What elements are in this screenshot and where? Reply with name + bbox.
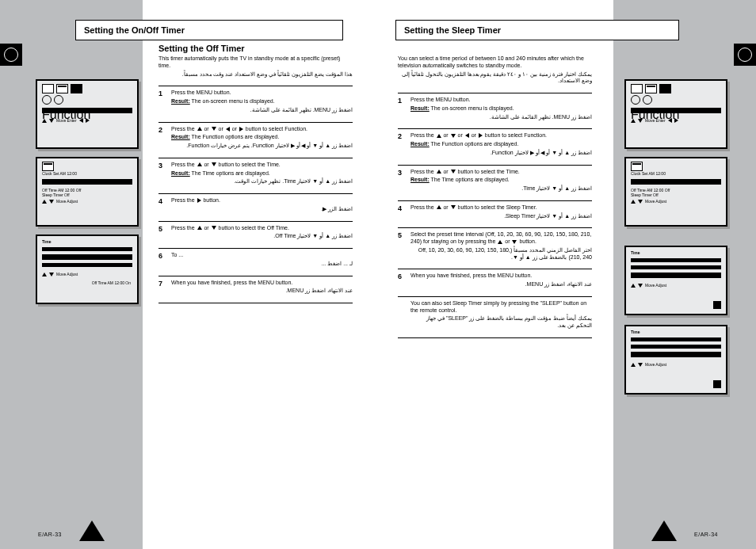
step-number: 2 bbox=[158, 126, 171, 150]
step-number bbox=[398, 300, 410, 330]
step-text: Press the or button to select the Time.R… bbox=[410, 169, 592, 193]
step-text-ar: اضغط زر ▲ أو ▼ أو ◀ أو ▶ لاختيار Functio… bbox=[171, 143, 353, 150]
osd-foot-label: Move Enter bbox=[56, 118, 77, 123]
step-number: 4 bbox=[398, 204, 410, 220]
osd-highlight-bar bbox=[42, 254, 132, 260]
page-number-right: E/AR-34 bbox=[694, 532, 718, 537]
step-text: Press the or button to select the Off Ti… bbox=[171, 225, 353, 241]
osd-highlight-bar bbox=[631, 179, 721, 185]
osd-highlight-bar bbox=[631, 352, 721, 357]
step-number: 3 bbox=[158, 162, 171, 185]
step-number: 3 bbox=[398, 169, 410, 193]
osd-line: Clock Set AM 12:00 bbox=[626, 171, 726, 176]
step-number: 6 bbox=[158, 252, 171, 268]
step-text-en: You can also set Sleep Timer simply by p… bbox=[410, 300, 592, 315]
left-step-row: 7When you have finished, press the MENU … bbox=[158, 276, 353, 304]
page-up-triangle-right-icon bbox=[651, 520, 677, 541]
left-step-row: 4Press the button.اضغط الزر ▶. bbox=[158, 193, 353, 221]
osd-preview-sleep-30-right: Time Move Adjust bbox=[624, 325, 727, 395]
osd-foot-label: Move Adjust bbox=[645, 362, 666, 367]
step-number: 7 bbox=[158, 280, 171, 295]
osd-preview-time-left: Clock Set AM 12:00 Off Time AM 12:00 Off… bbox=[36, 157, 139, 227]
osd-highlight-text: Off Time AM 12:00 On bbox=[92, 280, 131, 285]
step-result: Result: The Time options are displayed. bbox=[410, 177, 592, 184]
left-step-row: 5Press the or button to select the Off T… bbox=[158, 221, 353, 249]
right-step-row: 4Press the or button to select the Sleep… bbox=[398, 200, 592, 228]
right-step-row: 1Press the MENU button.Result: The on-sc… bbox=[398, 93, 592, 128]
step-result: Result: The on-screen menu is displayed. bbox=[171, 98, 353, 105]
step-text-ar: اضغط زر ▲ أو ▼ لاختيار Off Time. bbox=[171, 233, 353, 240]
step-text: To ...لـ ... اضغط ... bbox=[171, 252, 353, 268]
left-step-row: 3Press the or button to select the Time.… bbox=[158, 158, 353, 193]
step-text-ar: يمكنك أيضاً ضبط مؤقت النوم ببساطة بالضغط… bbox=[410, 315, 592, 330]
left-step-row: 1Press the MENU button.Result: The on-sc… bbox=[158, 86, 353, 121]
step-number: 5 bbox=[398, 231, 410, 261]
osd-preview-time-right: Clock Set AM 12:00 Off Time AM 12:00 Off… bbox=[624, 157, 727, 227]
osd-title: Time bbox=[626, 326, 726, 334]
right-step-row: 5Select the preset time interval (Off, 1… bbox=[398, 227, 592, 269]
step-text-en: Press the button. bbox=[171, 197, 353, 204]
step-text-ar: اختر الفاصل الزمني المحدد مسبقاً (Off, 1… bbox=[410, 247, 592, 261]
osd-preview-offtime-left: Time Move Adjust Off Time AM 12:00 On bbox=[36, 234, 139, 304]
step-text: Press the or or or button to select Func… bbox=[410, 132, 592, 156]
osd-highlight-bar bbox=[42, 179, 132, 185]
step-text-en: When you have finished, press the MENU b… bbox=[171, 280, 353, 287]
right-step-row: 6When you have finished, press the MENU … bbox=[398, 269, 592, 296]
steps-right-column: You can select a time period of between … bbox=[398, 55, 592, 338]
section-subheading-left: Setting the Off Timer bbox=[158, 44, 245, 53]
left-step-row: 2Press the or or or button to select Fun… bbox=[158, 122, 353, 158]
step-number: 5 bbox=[158, 225, 171, 241]
step-number: 1 bbox=[158, 90, 171, 113]
intro-note: You can select a time period of between … bbox=[398, 55, 592, 85]
step-result: Result: The Function options are display… bbox=[410, 141, 592, 148]
osd-foot-label: Move Adjust bbox=[56, 272, 78, 276]
step-text-ar: اضغط زر MENU. تظهر القائمة على الشاشة. bbox=[410, 114, 592, 121]
section-heading-left: Setting the On/Off Timer bbox=[75, 20, 343, 40]
intro-note: This timer automatically puts the TV in … bbox=[158, 55, 353, 78]
osd-corner-icon bbox=[713, 301, 721, 309]
osd-foot-label: Move Adjust bbox=[645, 283, 666, 288]
step-text-en: To ... bbox=[171, 252, 353, 259]
step-number: 1 bbox=[398, 97, 410, 120]
step-text-en: When you have finished, press the MENU b… bbox=[410, 273, 592, 280]
osd-highlight-bar: Function bbox=[42, 108, 132, 113]
step-result: Result: The on-screen menu is displayed. bbox=[410, 105, 592, 112]
step-text: Press the or button to select the Sleep … bbox=[410, 204, 592, 220]
page-number-left: E/AR-33 bbox=[38, 532, 62, 537]
page-up-triangle-left-icon bbox=[79, 520, 105, 541]
step-text-en: Press the or button to select the Sleep … bbox=[410, 204, 592, 212]
osd-foot-label: Move Adjust bbox=[645, 199, 666, 204]
step-text: When you have finished, press the MENU b… bbox=[410, 273, 592, 288]
step-text-ar: اضغط زر ▲ أو ▼ لاختيار Time. bbox=[410, 185, 592, 193]
step-text-en: Press the MENU button. bbox=[171, 90, 353, 97]
osd-preview-function-right: Function Move Enter bbox=[624, 79, 727, 149]
step-text-ar: لـ ... اضغط ... bbox=[171, 261, 353, 268]
step-text: Press the or or or button to select Func… bbox=[171, 126, 353, 150]
step-number: 6 bbox=[398, 273, 410, 288]
osd-preview-function-left: Function Move Enter bbox=[36, 79, 139, 149]
left-step-row: 6To ...لـ ... اضغط ... bbox=[158, 248, 353, 276]
step-text-ar: عند الانتهاء، اضغط زر MENU. bbox=[171, 288, 353, 295]
step-text-en: Press the or button to select the Off Ti… bbox=[171, 225, 353, 232]
step-text: Press the MENU button.Result: The on-scr… bbox=[171, 90, 353, 113]
step-text: Press the button.اضغط الزر ▶. bbox=[171, 197, 353, 213]
step-text-en: Select the preset time interval (Off, 10… bbox=[410, 231, 592, 246]
binder-hole-right-icon bbox=[734, 44, 756, 66]
osd-highlight-bar: Function bbox=[631, 108, 721, 113]
step-text-ar: اضغط زر ▲ أو ▼ أو ◀ أو ▶ لاختيار Functio… bbox=[410, 150, 592, 157]
osd-line: Clock Set AM 12:00 bbox=[37, 171, 137, 176]
step-text: You can also set Sleep Timer simply by p… bbox=[410, 300, 592, 330]
step-result: Result: The Function options are display… bbox=[171, 134, 353, 141]
step-text: Press the or button to select the Time.R… bbox=[171, 162, 353, 185]
osd-corner-icon bbox=[713, 380, 721, 388]
step-text-ar: اضغط زر ▲ أو ▼ لاختيار Sleep Timer. bbox=[410, 213, 592, 220]
osd-preview-sleep-off-right: Time Move Adjust bbox=[624, 246, 727, 315]
right-step-row: You can also set Sleep Timer simply by p… bbox=[398, 296, 592, 338]
step-text-ar: عند الانتهاء، اضغط زر MENU. bbox=[410, 281, 592, 288]
section-heading-right: Setting the Sleep Timer bbox=[395, 20, 679, 40]
step-number: 2 bbox=[398, 132, 410, 156]
steps-left-column: This timer automatically puts the TV in … bbox=[158, 55, 353, 303]
osd-title: Time bbox=[37, 236, 137, 244]
osd-foot-label: Move Enter bbox=[645, 118, 666, 123]
osd-foot-label: Move Adjust bbox=[56, 199, 78, 204]
